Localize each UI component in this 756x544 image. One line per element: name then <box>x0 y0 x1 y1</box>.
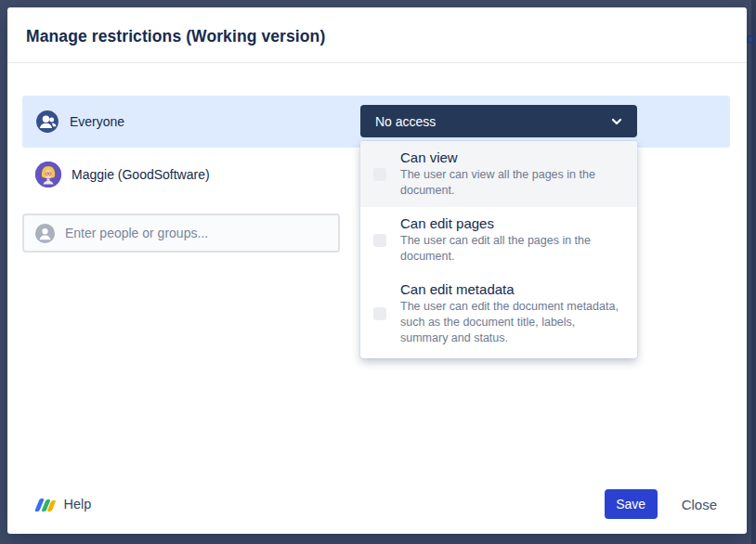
checkbox-icon[interactable] <box>373 234 386 247</box>
access-level-value: No access <box>375 114 436 129</box>
person-icon <box>35 224 55 243</box>
people-picker-input[interactable] <box>65 226 338 240</box>
people-picker-field[interactable] <box>22 214 340 253</box>
help-label: Help <box>64 497 92 512</box>
close-button[interactable]: Close <box>682 497 717 512</box>
menu-item-can-view[interactable]: Can view The user can view all the pages… <box>360 141 637 207</box>
menu-item-description: The user can edit the document metadata,… <box>400 299 624 346</box>
user-avatar <box>35 162 61 188</box>
help-link[interactable]: Help <box>37 497 91 512</box>
dialog-header: Manage restrictions (Working version) <box>7 7 747 63</box>
save-button[interactable]: Save <box>605 489 658 519</box>
manage-restrictions-dialog: Manage restrictions (Working version) Ev… <box>7 7 747 534</box>
dialog-footer: Help Save Close <box>7 482 747 534</box>
menu-item-description: The user can edit all the pages in the d… <box>400 233 624 265</box>
everyone-label: Everyone <box>70 114 124 129</box>
menu-item-description: The user can view all the pages in the d… <box>400 167 624 199</box>
menu-item-title: Can view <box>400 149 624 165</box>
checkbox-icon[interactable] <box>373 307 386 320</box>
menu-item-title: Can edit pages <box>400 215 624 231</box>
user-label: Maggie (GoodSoftware) <box>72 167 210 182</box>
menu-item-can-edit-metadata[interactable]: Can edit metadata The user can edit the … <box>360 273 637 355</box>
backdrop-page-edge <box>751 0 756 544</box>
menu-item-title: Can edit metadata <box>400 281 624 297</box>
restriction-row-user[interactable]: Maggie (GoodSoftware) <box>22 149 357 200</box>
chevron-down-icon <box>611 118 622 125</box>
checkbox-icon[interactable] <box>373 168 386 181</box>
menu-item-can-edit-pages[interactable]: Can edit pages The user can edit all the… <box>360 207 637 273</box>
access-level-dropdown-button[interactable]: No access <box>360 105 637 137</box>
group-everyone-icon <box>35 110 59 134</box>
access-level-menu: Can view The user can view all the pages… <box>360 141 637 358</box>
goodsoftware-logo-icon <box>37 498 56 512</box>
dialog-title: Manage restrictions (Working version) <box>26 27 728 46</box>
